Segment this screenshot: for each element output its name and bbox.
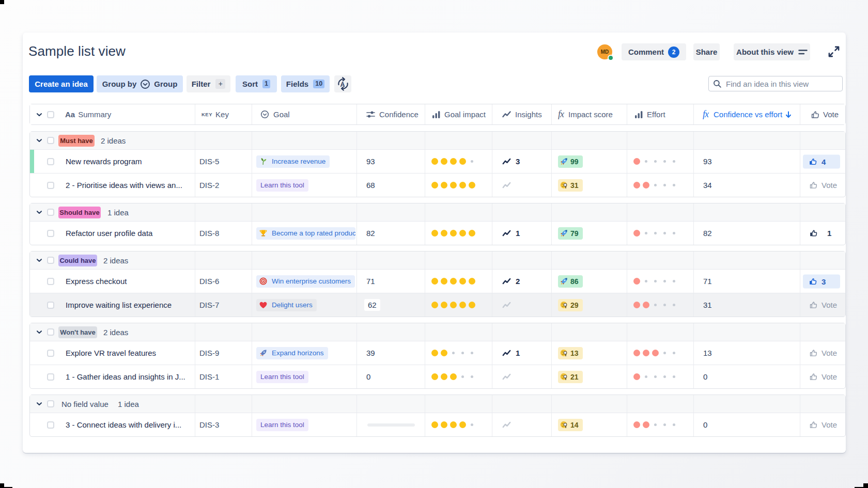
svg-text:A: A — [340, 81, 345, 88]
